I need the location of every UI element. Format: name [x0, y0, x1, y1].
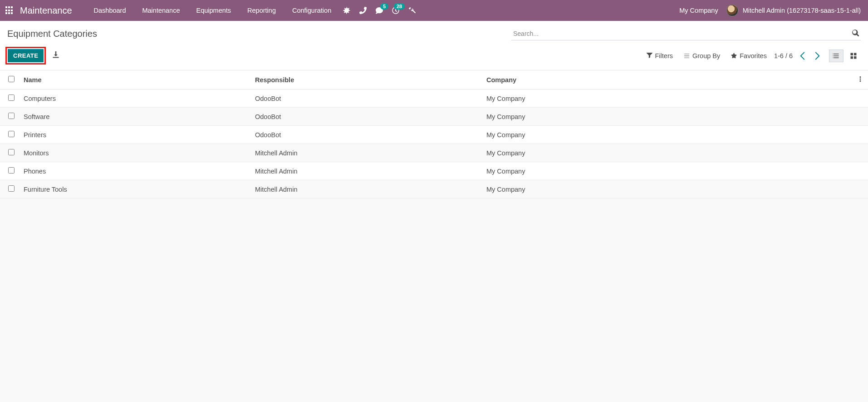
nav-item-equipments[interactable]: Equipments: [188, 0, 240, 21]
nav-item-configuration[interactable]: Configuration: [284, 0, 339, 21]
page-title: Equipment Categories: [7, 29, 97, 39]
filters-button[interactable]: Filters: [647, 52, 673, 60]
cell-name: Software: [19, 108, 250, 126]
pager-next-icon[interactable]: [813, 51, 822, 60]
favorites-button[interactable]: Favorites: [731, 52, 767, 60]
cell-empty: [853, 162, 868, 180]
cell-responsible: Mitchell Admin: [250, 162, 482, 180]
cell-company: My Company: [482, 108, 853, 126]
nav-systray: 5 28: [343, 7, 416, 14]
cell-name: Monitors: [19, 144, 250, 162]
cell-name: Computers: [19, 89, 250, 108]
header-checkbox-cell: [0, 70, 19, 89]
cell-company: My Company: [482, 126, 853, 144]
categories-table: Name Responsible Company ComputersOdooBo…: [0, 70, 868, 199]
select-all-checkbox[interactable]: [8, 76, 15, 82]
search-input[interactable]: [511, 27, 861, 40]
cell-responsible: OdooBot: [250, 126, 482, 144]
tools-icon[interactable]: [408, 7, 416, 14]
view-switcher: [829, 50, 861, 62]
cell-company: My Company: [482, 180, 853, 199]
pager-value[interactable]: 1-6 / 6: [774, 52, 793, 60]
filters-label: Filters: [655, 52, 673, 60]
table-row[interactable]: PhonesMitchell AdminMy Company: [0, 162, 868, 180]
row-checkbox-cell: [0, 144, 19, 162]
table-row[interactable]: ComputersOdooBotMy Company: [0, 89, 868, 108]
row-checkbox[interactable]: [8, 94, 15, 101]
nav-item-reporting[interactable]: Reporting: [239, 0, 284, 21]
row-checkbox-cell: [0, 180, 19, 199]
cell-empty: [853, 89, 868, 108]
favorites-label: Favorites: [740, 52, 767, 60]
cell-name: Furniture Tools: [19, 180, 250, 199]
messaging-icon[interactable]: 5: [376, 7, 383, 14]
avatar: [726, 5, 738, 16]
row-checkbox[interactable]: [8, 167, 15, 174]
table-row[interactable]: MonitorsMitchell AdminMy Company: [0, 144, 868, 162]
search-icon[interactable]: [852, 29, 859, 36]
user-menu[interactable]: Mitchell Admin (16273178-saas-15-1-all): [726, 5, 863, 16]
row-checkbox-cell: [0, 126, 19, 144]
table-row[interactable]: Furniture ToolsMitchell AdminMy Company: [0, 180, 868, 199]
nav-menu: Dashboard Maintenance Equipments Reporti…: [86, 0, 340, 21]
optional-columns-button[interactable]: [853, 70, 868, 89]
row-checkbox-cell: [0, 108, 19, 126]
nav-item-maintenance[interactable]: Maintenance: [134, 0, 188, 21]
app-brand[interactable]: Maintenance: [20, 5, 72, 16]
control-panel: Equipment Categories CREATE Filters Gr: [0, 21, 868, 70]
debug-icon[interactable]: [343, 7, 350, 14]
cell-responsible: OdooBot: [250, 108, 482, 126]
cell-responsible: OdooBot: [250, 89, 482, 108]
view-list-button[interactable]: [829, 50, 843, 62]
cell-responsible: Mitchell Admin: [250, 144, 482, 162]
groupby-label: Group By: [692, 52, 720, 60]
user-name: Mitchell Admin (16273178-saas-15-1-all): [743, 7, 861, 14]
search-options: Filters Group By Favorites: [647, 52, 767, 60]
table-row[interactable]: SoftwareOdooBotMy Company: [0, 108, 868, 126]
table-row[interactable]: PrintersOdooBotMy Company: [0, 126, 868, 144]
cell-company: My Company: [482, 162, 853, 180]
cell-name: Printers: [19, 126, 250, 144]
export-icon[interactable]: [52, 51, 59, 60]
nav-item-dashboard[interactable]: Dashboard: [86, 0, 134, 21]
row-checkbox-cell: [0, 162, 19, 180]
row-checkbox[interactable]: [8, 113, 15, 119]
row-checkbox[interactable]: [8, 149, 15, 155]
table-header-row: Name Responsible Company: [0, 70, 868, 89]
cell-company: My Company: [482, 89, 853, 108]
header-name[interactable]: Name: [19, 70, 250, 89]
search-box: [511, 27, 861, 40]
header-responsible[interactable]: Responsible: [250, 70, 482, 89]
cell-company: My Company: [482, 144, 853, 162]
apps-icon[interactable]: [5, 6, 14, 15]
main-navbar: Maintenance Dashboard Maintenance Equipm…: [0, 0, 868, 21]
company-selector[interactable]: My Company: [671, 7, 726, 14]
cell-name: Phones: [19, 162, 250, 180]
cell-empty: [853, 126, 868, 144]
activities-badge: 28: [394, 3, 405, 10]
messaging-badge: 5: [380, 3, 388, 10]
cell-empty: [853, 144, 868, 162]
cell-empty: [853, 108, 868, 126]
activities-icon[interactable]: 28: [392, 7, 399, 14]
phone-icon[interactable]: [359, 7, 367, 14]
row-checkbox-cell: [0, 89, 19, 108]
row-checkbox[interactable]: [8, 131, 15, 137]
pager: 1-6 / 6: [774, 51, 822, 60]
groupby-button[interactable]: Group By: [684, 52, 720, 60]
header-company[interactable]: Company: [482, 70, 853, 89]
view-kanban-button[interactable]: [846, 50, 861, 62]
cell-empty: [853, 180, 868, 199]
row-checkbox[interactable]: [8, 185, 15, 192]
cell-responsible: Mitchell Admin: [250, 180, 482, 199]
create-button[interactable]: CREATE: [8, 49, 44, 62]
pager-prev-icon[interactable]: [798, 51, 807, 60]
create-highlight: CREATE: [5, 47, 46, 65]
